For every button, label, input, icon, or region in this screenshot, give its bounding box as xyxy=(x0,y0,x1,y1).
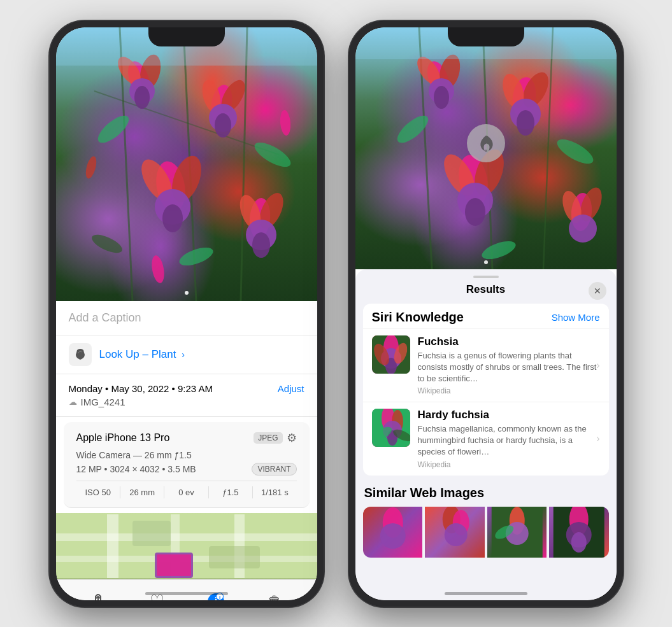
svg-line-50 xyxy=(419,27,432,269)
svg-point-28 xyxy=(279,109,291,136)
fuchsia-thumbnail xyxy=(372,335,410,374)
web-images-section: Similar Web Images xyxy=(363,483,609,558)
hardy-fuchsia-source: Wikipedia xyxy=(418,460,600,469)
hardy-fuchsia-name: Hardy fuchsia xyxy=(418,409,600,421)
close-results-button[interactable]: ✕ xyxy=(589,282,606,300)
camera-settings-icon[interactable]: ⚙ xyxy=(287,431,297,445)
fuchsia-name: Fuchsia xyxy=(418,335,600,348)
cloud-icon: ☁ xyxy=(69,397,77,407)
flower-photo[interactable] xyxy=(56,27,317,301)
svg-point-29 xyxy=(83,155,98,179)
phone-1: Add a Caption Look Up – Plant › xyxy=(50,21,324,607)
hardy-fuchsia-thumbnail xyxy=(372,409,410,447)
svg-point-27 xyxy=(89,230,125,256)
photo-date: Monday • May 30, 2022 • 9:23 AM xyxy=(69,383,213,394)
svg-point-7 xyxy=(129,78,155,104)
svg-point-13 xyxy=(215,113,231,137)
format-badge: JPEG xyxy=(254,432,282,444)
map-background xyxy=(56,513,317,579)
web-image-4[interactable] xyxy=(549,507,609,558)
svg-rect-38 xyxy=(132,521,171,546)
svg-point-57 xyxy=(434,86,449,109)
svg-point-58 xyxy=(510,75,538,118)
svg-point-23 xyxy=(252,232,270,258)
svg-point-91 xyxy=(380,523,405,549)
svg-point-68 xyxy=(569,192,593,232)
svg-point-72 xyxy=(393,111,432,147)
svg-point-11 xyxy=(199,78,224,114)
svg-point-5 xyxy=(136,52,164,92)
svg-point-18 xyxy=(162,204,183,232)
camera-section: Apple iPhone 13 Pro JPEG ⚙ Wide Camera —… xyxy=(64,422,310,508)
phone-1-content: Add a Caption Look Up – Plant › xyxy=(56,27,317,600)
notch-2 xyxy=(448,27,524,46)
svg-point-76 xyxy=(485,150,487,152)
delete-button[interactable]: 🗑 xyxy=(261,588,289,600)
svg-line-2 xyxy=(241,27,247,301)
svg-point-103 xyxy=(571,532,587,553)
notch xyxy=(148,27,225,46)
flower-photo-2[interactable] xyxy=(355,27,617,269)
web-image-3[interactable] xyxy=(487,507,547,558)
exif-ev: 0 ev xyxy=(164,486,208,498)
svg-rect-33 xyxy=(107,514,118,578)
web-image-1[interactable] xyxy=(363,507,423,558)
filename: ☁ IMG_4241 xyxy=(69,397,304,407)
svg-point-73 xyxy=(554,134,596,168)
svg-point-6 xyxy=(113,53,145,88)
exif-row: ISO 50 26 mm 0 ev ƒ1.5 1/181 s xyxy=(76,481,297,498)
svg-point-8 xyxy=(134,86,150,109)
siri-knowledge-section: Siri Knowledge Show More xyxy=(363,304,609,476)
svg-point-30 xyxy=(150,254,166,283)
exif-aperture: ƒ1.5 xyxy=(209,486,253,498)
svg-point-14 xyxy=(152,159,189,213)
siri-visual-intelligence-button[interactable] xyxy=(467,124,505,162)
svg-point-71 xyxy=(569,215,597,243)
fuchsia-chevron: › xyxy=(596,360,599,371)
svg-point-15 xyxy=(166,151,207,206)
svg-point-21 xyxy=(236,192,264,231)
phone-2-screen: Results ✕ Siri Knowledge Show More xyxy=(355,27,617,600)
home-indicator-2 xyxy=(445,592,527,595)
knowledge-item-hardy-fuchsia[interactable]: Hardy fuchsia Fuchsia magellanica, commo… xyxy=(363,402,609,476)
svg-point-61 xyxy=(510,99,541,129)
phone-2: Results ✕ Siri Knowledge Show More xyxy=(349,21,623,607)
svg-point-10 xyxy=(216,76,249,115)
caption-input[interactable]: Add a Caption xyxy=(56,301,317,335)
adjust-button[interactable]: Adjust xyxy=(278,383,304,394)
svg-point-26 xyxy=(176,244,215,269)
lookup-chevron: › xyxy=(182,349,185,360)
svg-line-52 xyxy=(543,27,553,269)
svg-point-74 xyxy=(479,237,517,263)
svg-line-1 xyxy=(183,27,196,301)
svg-rect-36 xyxy=(56,533,317,541)
svg-rect-41 xyxy=(157,554,191,576)
hardy-fuchsia-content: Hardy fuchsia Fuchsia magellanica, commo… xyxy=(418,409,600,469)
svg-point-4 xyxy=(124,58,154,98)
svg-point-55 xyxy=(413,53,445,88)
svg-point-12 xyxy=(209,104,237,132)
fuchsia-description: Fuchsia is a genus of flowering plants t… xyxy=(418,350,600,385)
bottom-toolbar: ♡ i i 🗑 xyxy=(56,579,317,600)
svg-point-54 xyxy=(436,52,463,92)
svg-line-3 xyxy=(94,91,279,155)
svg-point-16 xyxy=(135,154,178,205)
fuchsia-source: Wikipedia xyxy=(418,386,600,395)
svg-point-56 xyxy=(429,78,454,104)
lookup-row[interactable]: Look Up – Plant › xyxy=(56,335,317,374)
knowledge-item-fuchsia[interactable]: Fuchsia Fuchsia is a genus of flowering … xyxy=(363,328,609,402)
web-image-2[interactable] xyxy=(425,507,485,558)
metadata-section: Monday • May 30, 2022 • 9:23 AM Adjust ☁… xyxy=(56,374,317,417)
phone-2-content: Results ✕ Siri Knowledge Show More xyxy=(355,27,617,600)
svg-point-69 xyxy=(576,184,606,223)
vibrant-badge: VIBRANT xyxy=(252,463,296,476)
svg-line-0 xyxy=(120,27,132,301)
show-more-button[interactable]: Show More xyxy=(552,312,600,323)
lens-info: Wide Camera — 26 mm ƒ1.5 xyxy=(76,450,297,460)
map-section[interactable] xyxy=(56,513,317,579)
camera-badges: JPEG ⚙ xyxy=(254,431,296,445)
svg-point-53 xyxy=(423,58,453,98)
share-button[interactable] xyxy=(84,588,112,600)
exif-focal: 26 mm xyxy=(120,486,164,498)
exif-shutter: 1/181 s xyxy=(253,486,296,498)
